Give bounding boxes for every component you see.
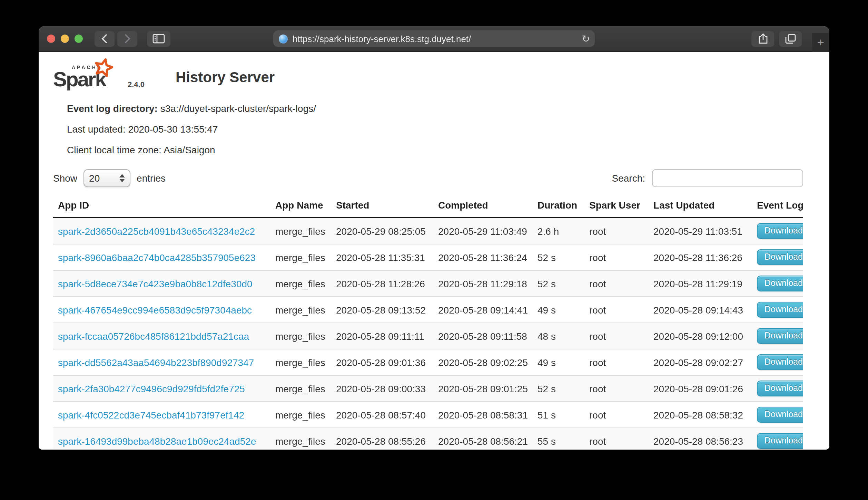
duration-cell: 52 s	[533, 244, 584, 270]
table-body: spark-2d3650a225cb4091b43e65c43234e2c2me…	[53, 218, 803, 450]
download-button[interactable]: Download	[757, 276, 803, 291]
app-id-link[interactable]: spark-5d8ece734e7c423e9ba0b8c12dfe30d0	[58, 278, 253, 289]
minimize-window-button[interactable]	[61, 35, 69, 43]
column-header-app-id[interactable]: App ID	[53, 195, 270, 218]
column-header-app-name[interactable]: App Name	[270, 195, 331, 218]
show-entries-control: Show 20 entries	[53, 169, 166, 187]
show-all-tabs-button[interactable]	[779, 31, 802, 47]
search-label: Search:	[612, 173, 645, 184]
share-icon	[758, 33, 768, 44]
column-header-event-log[interactable]: Event Log	[752, 195, 803, 218]
table-controls: Show 20 entries Search:	[53, 169, 803, 187]
app-name-cell: merge_files	[270, 428, 331, 450]
completed-cell: 2020-05-28 11:29:18	[433, 270, 533, 297]
close-window-button[interactable]	[47, 35, 55, 43]
duration-cell: 52 s	[533, 375, 584, 402]
app-id-link[interactable]: spark-467654e9cc994e6583d9c5f97304aebc	[58, 304, 252, 315]
event-log-directory-label: Event log directory:	[67, 103, 158, 114]
completed-cell: 2020-05-28 09:02:25	[433, 349, 533, 375]
column-header-duration[interactable]: Duration	[533, 195, 584, 218]
app-id-link[interactable]: spark-2d3650a225cb4091b43e65c43234e2c2	[58, 225, 255, 237]
last-updated-cell: 2020-05-28 11:29:19	[649, 270, 752, 297]
app-id-link[interactable]: spark-16493d99beba48b28ae1b09ec24ad52e	[58, 435, 256, 446]
completed-cell: 2020-05-28 09:11:58	[433, 323, 533, 349]
event-log-cell: Download	[752, 244, 803, 270]
download-button[interactable]: Download	[757, 354, 803, 370]
table-header-row: App ID App Name Started Completed Durati…	[53, 195, 803, 218]
download-button[interactable]: Download	[757, 407, 803, 423]
last-updated-cell: 2020-05-28 09:14:43	[649, 297, 752, 323]
download-button[interactable]: Download	[757, 249, 803, 265]
sidebar-toggle-button[interactable]	[147, 31, 170, 47]
reload-icon[interactable]: ↻	[582, 34, 590, 44]
download-button[interactable]: Download	[757, 302, 803, 318]
app-id-link[interactable]: spark-8960a6baa2c74b0ca4285b357905e623	[58, 252, 256, 263]
table-row: spark-16493d99beba48b28ae1b09ec24ad52eme…	[53, 428, 803, 450]
app-id-link[interactable]: spark-fccaa05726bc485f86121bdd57a21caa	[58, 330, 249, 342]
address-bar[interactable]: https://spark-history-server.k8s.stg.duy…	[273, 30, 595, 47]
completed-cell: 2020-05-28 08:56:21	[433, 428, 533, 450]
column-header-last-updated[interactable]: Last Updated	[649, 195, 752, 218]
spark-user-cell: root	[584, 218, 649, 244]
app-id-cell: spark-467654e9cc994e6583d9c5f97304aebc	[53, 297, 270, 323]
app-name-cell: merge_files	[270, 270, 331, 297]
duration-cell: 49 s	[533, 297, 584, 323]
app-name-cell: merge_files	[270, 323, 331, 349]
app-name-cell: merge_files	[270, 375, 331, 402]
new-tab-button[interactable]: +	[812, 33, 829, 52]
app-id-cell: spark-5d8ece734e7c423e9ba0b8c12dfe30d0	[53, 270, 270, 297]
event-log-cell: Download	[752, 270, 803, 297]
zoom-window-button[interactable]	[75, 35, 83, 43]
app-id-cell: spark-16493d99beba48b28ae1b09ec24ad52e	[53, 428, 270, 450]
back-button[interactable]	[95, 31, 115, 47]
entries-label: entries	[137, 173, 166, 184]
event-log-cell: Download	[752, 375, 803, 402]
event-log-cell: Download	[752, 323, 803, 349]
last-updated-cell: 2020-05-28 08:56:23	[649, 428, 752, 450]
event-log-directory-value: s3a://duyet-spark-cluster/spark-logs/	[158, 103, 316, 114]
timezone-line: Client local time zone: Asia/Saigon	[67, 140, 803, 160]
spark-user-cell: root	[584, 402, 649, 428]
app-name-cell: merge_files	[270, 218, 331, 244]
started-cell: 2020-05-28 11:35:31	[331, 244, 433, 270]
completed-cell: 2020-05-29 11:03:49	[433, 218, 533, 244]
completed-cell: 2020-05-28 08:58:31	[433, 402, 533, 428]
forward-button[interactable]	[117, 31, 137, 47]
share-button[interactable]	[751, 31, 774, 47]
column-header-completed[interactable]: Completed	[433, 195, 533, 218]
app-name-cell: merge_files	[270, 402, 331, 428]
app-id-link[interactable]: spark-4fc0522cd3e745ecbaf41b73f97ef142	[58, 409, 244, 420]
column-header-spark-user[interactable]: Spark User	[584, 195, 649, 218]
download-button[interactable]: Download	[757, 381, 803, 396]
download-button[interactable]: Download	[757, 328, 803, 344]
applications-table: App ID App Name Started Completed Durati…	[53, 195, 803, 450]
duration-cell: 51 s	[533, 402, 584, 428]
search-input[interactable]	[652, 169, 803, 187]
app-id-link[interactable]: spark-2fa30b4277c9496c9d929fd5fd2fe725	[58, 383, 245, 394]
server-info: Event log directory: s3a://duyet-spark-c…	[67, 98, 803, 160]
download-button[interactable]: Download	[757, 433, 803, 449]
app-id-cell: spark-4fc0522cd3e745ecbaf41b73f97ef142	[53, 402, 270, 428]
app-id-cell: spark-2fa30b4277c9496c9d929fd5fd2fe725	[53, 375, 270, 402]
app-id-cell: spark-fccaa05726bc485f86121bdd57a21caa	[53, 323, 270, 349]
select-arrows-icon	[119, 174, 125, 182]
app-id-link[interactable]: spark-dd5562a43aa54694b223bf890d927347	[58, 357, 254, 368]
started-cell: 2020-05-28 11:28:26	[331, 270, 433, 297]
last-updated-cell: 2020-05-28 09:01:26	[649, 375, 752, 402]
download-button[interactable]: Download	[757, 223, 803, 239]
column-header-started[interactable]: Started	[331, 195, 433, 218]
app-name-cell: merge_files	[270, 349, 331, 375]
last-updated-cell: 2020-05-28 09:12:00	[649, 323, 752, 349]
duration-cell: 52 s	[533, 270, 584, 297]
duration-cell: 2.6 h	[533, 218, 584, 244]
spark-user-cell: root	[584, 375, 649, 402]
started-cell: 2020-05-29 08:25:05	[331, 218, 433, 244]
chevron-right-icon	[124, 34, 130, 44]
started-cell: 2020-05-28 08:57:40	[331, 402, 433, 428]
app-id-cell: spark-dd5562a43aa54694b223bf890d927347	[53, 349, 270, 375]
desktop-background: https://spark-history-server.k8s.stg.duy…	[0, 0, 868, 500]
spark-user-cell: root	[584, 349, 649, 375]
table-row: spark-467654e9cc994e6583d9c5f97304aebcme…	[53, 297, 803, 323]
event-log-cell: Download	[752, 402, 803, 428]
entries-select[interactable]: 20	[83, 169, 130, 187]
